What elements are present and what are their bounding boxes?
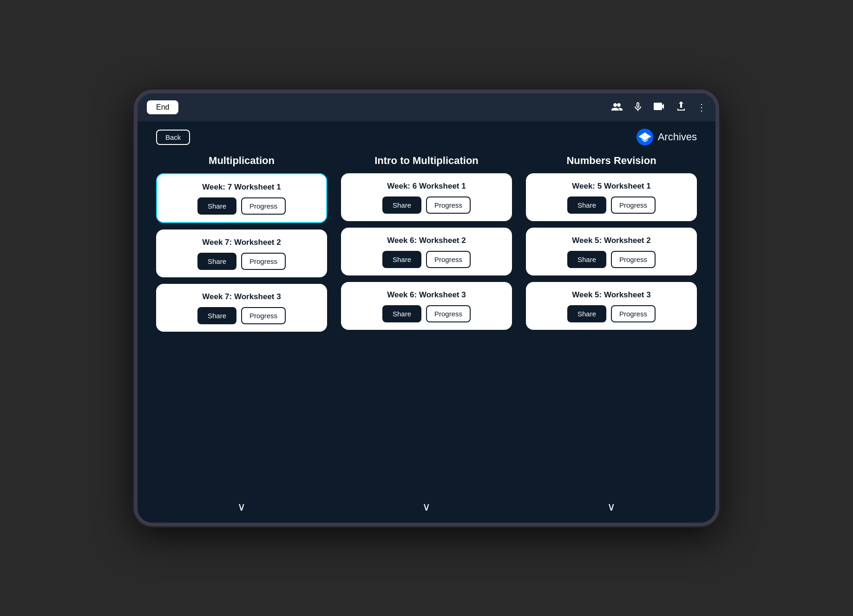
progress-button[interactable]: Progress [241, 253, 286, 270]
card-multiplication-2: Week 7: Worksheet 2 Share Progress [156, 229, 327, 277]
column-numbers-revision: Numbers Revision Week: 5 Worksheet 1 Sha… [526, 155, 697, 513]
cards-list-numbers: Week: 5 Worksheet 1 Share Progress Week … [526, 173, 697, 497]
nav-bar: Back Archives [156, 129, 697, 145]
column-multiplication: Multiplication Week: 7 Worksheet 1 Share… [156, 155, 327, 513]
back-button[interactable]: Back [156, 130, 190, 145]
progress-button[interactable]: Progress [241, 307, 286, 324]
card-numbers-2: Week 5: Worksheet 2 Share Progress [526, 228, 697, 275]
card-buttons: Share Progress [535, 251, 688, 268]
system-bar: End ⋮ [138, 93, 715, 121]
archives-label: Archives [658, 131, 697, 143]
column-title-numbers: Numbers Revision [526, 155, 697, 167]
progress-button[interactable]: Progress [426, 305, 471, 322]
card-title: Week 5: Worksheet 3 [535, 290, 688, 300]
card-buttons: Share Progress [165, 253, 318, 270]
share-button[interactable]: Share [382, 197, 421, 214]
card-intro-3: Week 6: Worksheet 3 Share Progress [341, 282, 512, 330]
share-button[interactable]: Share [382, 305, 421, 322]
share-button[interactable]: Share [197, 307, 236, 324]
card-intro-2: Week 6: Worksheet 2 Share Progress [341, 228, 512, 275]
card-buttons: Share Progress [350, 251, 503, 268]
share-icon[interactable] [676, 101, 686, 114]
chevron-down-multiplication[interactable]: ∨ [156, 500, 327, 513]
cards-list-multiplication: Week: 7 Worksheet 1 Share Progress Week … [156, 173, 327, 497]
column-title-multiplication: Multiplication [156, 155, 327, 167]
card-title: Week 5: Worksheet 2 [535, 236, 688, 245]
more-icon[interactable]: ⋮ [697, 102, 706, 113]
card-title: Week: 6 Worksheet 1 [350, 182, 503, 191]
share-button[interactable]: Share [382, 251, 421, 268]
card-multiplication-3: Week 7: Worksheet 3 Share Progress [156, 284, 327, 332]
card-title: Week: 7 Worksheet 1 [166, 183, 317, 192]
archives-section: Archives [636, 129, 697, 145]
card-buttons: Share Progress [350, 305, 503, 322]
card-title: Week 6: Worksheet 2 [350, 236, 503, 245]
card-numbers-3: Week 5: Worksheet 3 Share Progress [526, 282, 697, 330]
column-intro-multiplication: Intro to Multiplication Week: 6 Workshee… [341, 155, 512, 513]
chevron-down-intro[interactable]: ∨ [341, 500, 512, 513]
card-buttons: Share Progress [166, 197, 317, 215]
column-title-intro: Intro to Multiplication [341, 155, 512, 167]
progress-button[interactable]: Progress [241, 197, 286, 215]
tablet-frame: End ⋮ [134, 90, 719, 526]
card-intro-1: Week: 6 Worksheet 1 Share Progress [341, 173, 512, 221]
people-icon[interactable] [611, 102, 623, 113]
share-button[interactable]: Share [197, 253, 236, 270]
card-title: Week 7: Worksheet 3 [165, 292, 318, 301]
progress-button[interactable]: Progress [426, 197, 471, 214]
card-buttons: Share Progress [350, 197, 503, 214]
mic-icon[interactable] [634, 101, 642, 114]
card-buttons: Share Progress [535, 197, 688, 214]
card-numbers-1: Week: 5 Worksheet 1 Share Progress [526, 173, 697, 221]
camera-icon[interactable] [653, 102, 665, 113]
share-button[interactable]: Share [567, 305, 606, 322]
card-buttons: Share Progress [535, 305, 688, 322]
card-multiplication-1: Week: 7 Worksheet 1 Share Progress [156, 173, 327, 223]
main-area: Back Archives Multiplication [138, 121, 715, 523]
card-title: Week 7: Worksheet 2 [165, 238, 318, 247]
progress-button[interactable]: Progress [611, 251, 656, 268]
chevron-down-numbers[interactable]: ∨ [526, 500, 697, 513]
share-button[interactable]: Share [567, 251, 606, 268]
columns-container: Multiplication Week: 7 Worksheet 1 Share… [156, 155, 697, 513]
system-icons: ⋮ [611, 101, 706, 114]
end-button[interactable]: End [147, 100, 178, 114]
progress-button[interactable]: Progress [426, 251, 471, 268]
card-buttons: Share Progress [165, 307, 318, 324]
share-button[interactable]: Share [567, 197, 606, 214]
share-button[interactable]: Share [197, 197, 236, 215]
progress-button[interactable]: Progress [611, 197, 656, 214]
progress-button[interactable]: Progress [611, 305, 656, 322]
cards-list-intro: Week: 6 Worksheet 1 Share Progress Week … [341, 173, 512, 497]
card-title: Week: 5 Worksheet 1 [535, 182, 688, 191]
dropbox-icon [636, 129, 653, 145]
card-title: Week 6: Worksheet 3 [350, 290, 503, 300]
